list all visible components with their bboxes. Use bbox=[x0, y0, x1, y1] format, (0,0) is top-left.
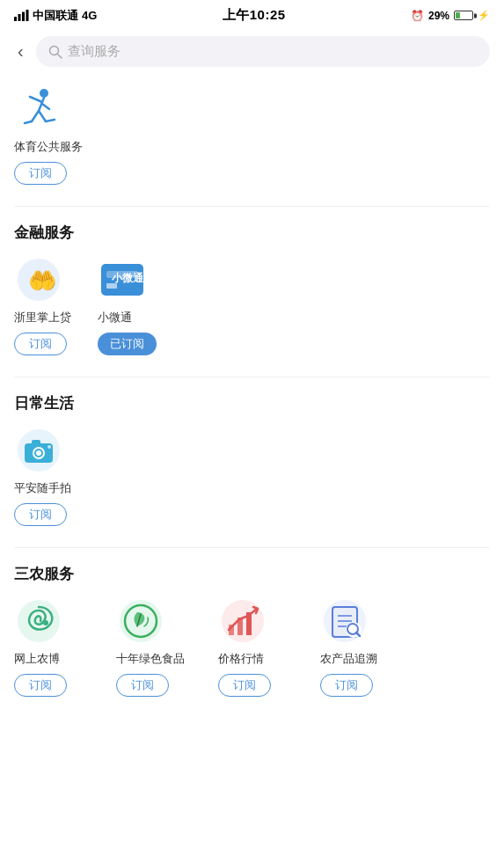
lvse-subscribe-btn[interactable]: 订阅 bbox=[116, 674, 169, 697]
svg-point-24 bbox=[36, 450, 41, 456]
section-sannong: 三农服务 网上农博 订阅 bbox=[14, 564, 490, 704]
divider-1 bbox=[14, 206, 490, 207]
zheli-icon: 🤲 bbox=[14, 255, 63, 304]
divider-3 bbox=[14, 547, 490, 548]
daily-service-row: 平安随手拍 订阅 bbox=[14, 426, 490, 533]
zheli-name: 浙里掌上贷 bbox=[14, 310, 71, 325]
main-content: 体育公共服务 订阅 金融服务 🤲 浙里掌上贷 订阅 bbox=[0, 76, 504, 730]
pingan-subscribe-btn[interactable]: 订阅 bbox=[14, 503, 67, 526]
svg-rect-0 bbox=[14, 17, 17, 21]
status-right: ⏰ 29% ⚡ bbox=[411, 10, 490, 22]
search-bar[interactable]: 查询服务 bbox=[36, 36, 490, 67]
tiyu-name: 体育公共服务 bbox=[14, 139, 83, 155]
battery-label: 29% bbox=[428, 10, 449, 22]
svg-line-10 bbox=[32, 111, 39, 121]
zheli-subscribe-btn[interactable]: 订阅 bbox=[14, 333, 67, 355]
search-placeholder: 查询服务 bbox=[68, 43, 121, 60]
service-item-xiaowei: 小微通 小微通 已订阅 bbox=[98, 255, 157, 355]
svg-rect-19 bbox=[106, 283, 117, 289]
pingan-name: 平安随手拍 bbox=[14, 480, 71, 496]
svg-line-13 bbox=[25, 121, 32, 123]
nongchan-icon bbox=[320, 596, 369, 646]
svg-line-5 bbox=[57, 54, 62, 58]
carrier-label: 中国联通 bbox=[33, 8, 78, 24]
nongbo-subscribe-btn[interactable]: 订阅 bbox=[14, 674, 67, 697]
back-button[interactable]: ‹ bbox=[14, 41, 27, 62]
divider-2 bbox=[14, 377, 490, 377]
section-sports: 体育公共服务 订阅 bbox=[14, 84, 490, 192]
service-item-jiage: 价格行情 订阅 bbox=[218, 596, 306, 697]
svg-line-9 bbox=[42, 104, 49, 109]
section-daily: 日常生活 平安随手拍 订阅 bbox=[14, 393, 490, 533]
lvse-name: 十年绿色食品 bbox=[116, 651, 185, 667]
status-left: 中国联通 4G bbox=[14, 8, 97, 24]
jiage-subscribe-btn[interactable]: 订阅 bbox=[218, 674, 271, 697]
nongbo-name: 网上农博 bbox=[14, 651, 60, 667]
svg-rect-3 bbox=[26, 10, 29, 21]
svg-rect-1 bbox=[18, 14, 21, 21]
sannong-title: 三农服务 bbox=[14, 564, 490, 584]
svg-line-8 bbox=[30, 97, 42, 102]
svg-point-6 bbox=[40, 89, 48, 98]
xiaowei-icon: 小微通 bbox=[98, 255, 147, 304]
service-item-nongbo: 网上农博 订阅 bbox=[14, 596, 102, 697]
nongbo-icon bbox=[14, 596, 63, 646]
sannong-service-row: 网上农博 订阅 十年绿色食品 bbox=[14, 596, 490, 704]
svg-line-11 bbox=[39, 111, 46, 121]
nongchan-subscribe-btn[interactable]: 订阅 bbox=[320, 674, 373, 697]
svg-point-28 bbox=[43, 620, 48, 625]
service-item-tiyu: 体育公共服务 订阅 bbox=[14, 84, 83, 185]
signal-icon bbox=[14, 10, 29, 21]
service-item-pingan: 平安随手拍 订阅 bbox=[14, 426, 71, 526]
section-finance: 金融服务 🤲 浙里掌上贷 订阅 bbox=[14, 223, 490, 362]
svg-text:🤲: 🤲 bbox=[28, 267, 57, 295]
svg-rect-25 bbox=[32, 440, 40, 445]
service-item-nongchan: 农产品追溯 订阅 bbox=[320, 596, 408, 697]
xiaowei-subscribed-btn[interactable]: 已订阅 bbox=[98, 333, 157, 355]
battery-icon bbox=[454, 11, 473, 20]
alarm-icon: ⏰ bbox=[411, 10, 424, 22]
pingan-icon bbox=[14, 426, 63, 475]
service-item-lvse: 十年绿色食品 订阅 bbox=[116, 596, 204, 697]
finance-service-row: 🤲 浙里掌上贷 订阅 小微通 小微通 已订阅 bbox=[14, 255, 490, 362]
svg-rect-2 bbox=[22, 12, 25, 22]
network-label: 4G bbox=[82, 9, 97, 22]
svg-line-12 bbox=[46, 120, 55, 121]
search-icon bbox=[48, 45, 62, 59]
status-bar: 中国联通 4G 上午10:25 ⏰ 29% ⚡ bbox=[0, 0, 504, 29]
sports-service-row: 体育公共服务 订阅 bbox=[14, 84, 490, 192]
daily-title: 日常生活 bbox=[14, 393, 490, 413]
time-display: 上午10:25 bbox=[223, 7, 286, 24]
tiyu-icon bbox=[14, 84, 63, 134]
nongchan-name: 农产品追溯 bbox=[320, 651, 377, 667]
jiage-name: 价格行情 bbox=[218, 651, 264, 667]
charging-icon: ⚡ bbox=[478, 10, 490, 21]
search-bar-container: ‹ 查询服务 bbox=[0, 29, 504, 76]
service-item-zheli: 🤲 浙里掌上贷 订阅 bbox=[14, 255, 71, 355]
finance-title: 金融服务 bbox=[14, 223, 490, 243]
svg-text:小微通: 小微通 bbox=[111, 272, 144, 284]
tiyu-subscribe-btn[interactable]: 订阅 bbox=[14, 162, 67, 185]
svg-point-26 bbox=[47, 445, 51, 449]
jiage-icon bbox=[218, 596, 267, 646]
xiaowei-name: 小微通 bbox=[98, 310, 132, 325]
lvse-icon bbox=[116, 596, 165, 646]
